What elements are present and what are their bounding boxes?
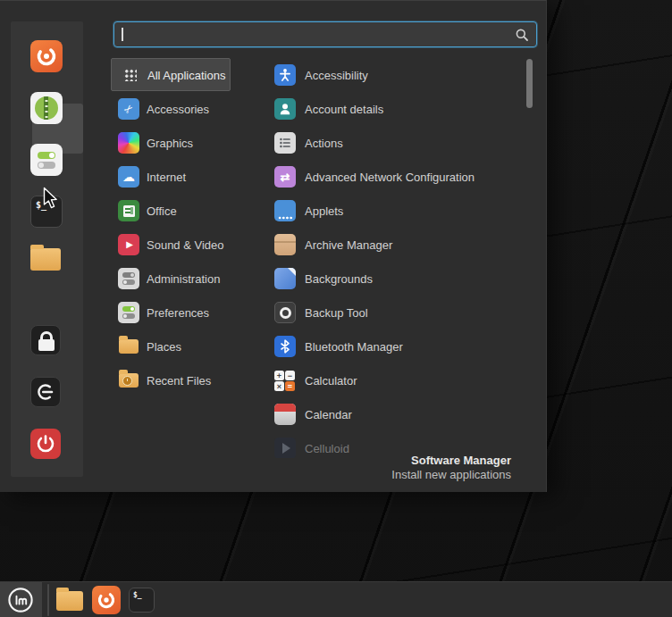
category-label: Graphics: [147, 137, 193, 150]
category-graphics[interactable]: Graphics: [111, 126, 254, 160]
mouse-pointer: [43, 187, 61, 215]
applets-icon: [274, 200, 296, 221]
files-folder-icon: [30, 248, 61, 271]
favorite-firefox-button[interactable]: [30, 40, 63, 72]
app-accessibility[interactable]: Accessibility: [268, 58, 525, 92]
app-label: Calculator: [305, 374, 357, 388]
favorite-files-button[interactable]: [30, 248, 63, 280]
cloud-icon: ☁: [118, 166, 139, 188]
scrollbar[interactable]: [526, 59, 533, 108]
list-icon: [274, 132, 296, 154]
admin-toggles-icon: [118, 268, 139, 289]
category-sound-video[interactable]: ▶ Sound & Video: [111, 228, 254, 262]
lock-screen-button[interactable]: [30, 325, 63, 357]
app-advanced-network-configuration[interactable]: ⇄ Advanced Network Configuration: [268, 160, 525, 194]
lock-icon: [30, 325, 61, 355]
bluetooth-icon: [274, 336, 296, 357]
panel-divider: [47, 584, 49, 616]
taskbar-firefox-button[interactable]: [92, 586, 121, 614]
app-actions[interactable]: Actions: [268, 126, 525, 160]
category-preferences[interactable]: Preferences: [111, 296, 254, 329]
application-list: Accessibility Account details: [268, 58, 525, 458]
app-account-details[interactable]: Account details: [268, 92, 525, 126]
search-box: [113, 21, 537, 47]
app-backup-tool[interactable]: Backup Tool: [268, 296, 525, 329]
menu-button[interactable]: [0, 582, 42, 617]
software-manager-icon: [30, 92, 63, 124]
hover-info-title: Software Manager: [250, 454, 511, 468]
app-label: Archive Manager: [305, 238, 392, 252]
category-label: All Applications: [147, 68, 225, 81]
favorite-software-manager-button[interactable]: [30, 92, 63, 124]
recent-files-icon: [118, 370, 139, 391]
shutdown-button[interactable]: [30, 429, 63, 461]
hover-info: Software Manager Install new application…: [250, 454, 511, 482]
app-archive-manager[interactable]: Archive Manager: [268, 228, 525, 262]
mint-logo-icon: [7, 587, 34, 617]
category-places[interactable]: Places: [111, 329, 254, 363]
search-icon: [515, 28, 529, 46]
app-calendar[interactable]: Calendar: [268, 397, 525, 431]
app-label: Calendar: [305, 408, 352, 421]
firefox-icon: [30, 40, 63, 72]
app-label: Backgrounds: [305, 272, 373, 286]
category-office[interactable]: Office: [111, 194, 254, 228]
hover-info-subtitle: Install new applications: [250, 468, 511, 482]
category-label: Administration: [147, 272, 220, 286]
search-input[interactable]: [127, 22, 511, 46]
app-label: Actions: [305, 137, 343, 150]
arrows-exchange-icon: ⇄: [274, 166, 296, 188]
taskbar-files-button[interactable]: [56, 591, 83, 611]
play-icon: ▶: [118, 234, 139, 255]
archive-box-icon: [274, 234, 296, 255]
desktop: $_: [0, 0, 672, 617]
app-label: Advanced Network Configuration: [305, 171, 475, 184]
app-label: Applets: [305, 204, 343, 218]
category-administration[interactable]: Administration: [111, 262, 254, 296]
document-icon: [118, 200, 139, 221]
app-applets[interactable]: Applets: [268, 194, 525, 228]
category-label: Sound & Video: [147, 238, 224, 252]
user-icon: [274, 98, 296, 120]
logout-button[interactable]: [30, 377, 63, 409]
category-recent-files[interactable]: Recent Files: [111, 363, 254, 397]
power-icon: [30, 429, 61, 459]
category-label: Recent Files: [147, 374, 211, 388]
category-accessories[interactable]: ✂ Accessories: [111, 92, 254, 126]
app-label: Bluetooth Manager: [305, 340, 403, 354]
mint-menu-popup: $_: [0, 0, 547, 492]
all-applications-grid-icon: [119, 64, 140, 86]
taskbar: $_: [0, 581, 672, 617]
favorite-system-settings-button[interactable]: [30, 144, 63, 176]
category-label: Places: [147, 340, 181, 354]
app-calculator[interactable]: + − × = Calculator: [268, 363, 525, 397]
app-label: Backup Tool: [305, 306, 368, 320]
app-backgrounds[interactable]: Backgrounds: [268, 262, 525, 296]
category-label: Office: [147, 204, 177, 218]
backup-ring-icon: [274, 302, 296, 323]
places-folder-icon: [118, 336, 139, 357]
accessibility-icon: [274, 64, 296, 86]
category-label: Preferences: [147, 306, 209, 320]
logout-icon: [30, 377, 61, 407]
category-label: Accessories: [147, 103, 209, 116]
app-label: Accessibility: [305, 69, 368, 82]
calendar-icon: [274, 404, 296, 425]
category-all-applications[interactable]: All Applications: [111, 58, 231, 91]
text-caret: [122, 28, 123, 41]
taskbar-terminal-button[interactable]: $_: [129, 588, 155, 613]
app-label: Account details: [305, 103, 383, 116]
category-internet[interactable]: ☁ Internet: [111, 160, 254, 194]
calculator-icon: + − × =: [274, 370, 296, 391]
app-bluetooth-manager[interactable]: Bluetooth Manager: [268, 329, 525, 363]
system-settings-icon: [30, 144, 63, 176]
wallpaper-icon: [274, 268, 296, 289]
category-label: Internet: [147, 171, 186, 184]
color-wheel-icon: [118, 132, 139, 154]
scissors-icon: ✂: [118, 98, 139, 120]
preferences-toggles-icon: [118, 302, 139, 323]
